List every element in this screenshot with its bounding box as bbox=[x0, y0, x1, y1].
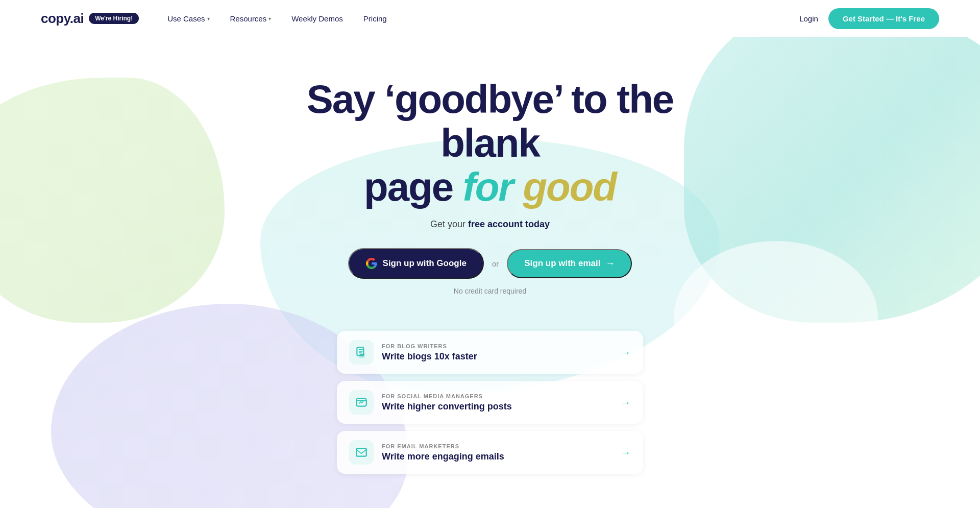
chevron-down-icon: ▾ bbox=[268, 16, 271, 21]
social-card-label: FOR SOCIAL MEDIA MANAGERS bbox=[382, 393, 612, 399]
social-icon-wrap bbox=[349, 390, 374, 415]
hero-subtitle: Get your free account today bbox=[260, 219, 720, 230]
chevron-down-icon: ▾ bbox=[207, 16, 210, 21]
nav-use-cases[interactable]: Use Cases ▾ bbox=[159, 10, 217, 27]
bg-blob-teal-right bbox=[684, 37, 980, 323]
email-card-title: Write more engaging emails bbox=[382, 451, 612, 462]
nav-resources[interactable]: Resources ▾ bbox=[222, 10, 280, 27]
hero-content: Say ‘goodbye’ to the blank page for good… bbox=[260, 78, 720, 326]
logo-area[interactable]: copy.ai We're Hiring! bbox=[41, 11, 139, 27]
blog-card-title: Write blogs 10x faster bbox=[382, 351, 612, 362]
nav-actions: Login Get Started — It's Free bbox=[799, 8, 939, 29]
email-card-label: FOR EMAIL MARKETERS bbox=[382, 443, 612, 449]
email-icon bbox=[355, 446, 368, 459]
blog-card-text: FOR BLOG WRITERS Write blogs 10x faster bbox=[382, 343, 612, 362]
hero-title-line2: page for good bbox=[260, 165, 720, 209]
feature-card-social[interactable]: FOR SOCIAL MEDIA MANAGERS Write higher c… bbox=[337, 381, 643, 424]
social-media-icon bbox=[355, 396, 368, 409]
good-text: good bbox=[523, 164, 616, 209]
arrow-right-icon: → bbox=[605, 258, 615, 269]
hiring-badge[interactable]: We're Hiring! bbox=[89, 13, 139, 24]
google-icon bbox=[365, 257, 378, 270]
email-card-text: FOR EMAIL MARKETERS Write more engaging … bbox=[382, 443, 612, 462]
nav-weekly-demos[interactable]: Weekly Demos bbox=[283, 10, 351, 27]
email-icon-wrap bbox=[349, 440, 374, 465]
blog-card-arrow-icon: → bbox=[621, 347, 631, 358]
feature-card-email[interactable]: FOR EMAIL MARKETERS Write more engaging … bbox=[337, 431, 643, 474]
for-text: for bbox=[463, 164, 523, 209]
sign-up-email-button[interactable]: Sign up with email → bbox=[507, 249, 632, 278]
logo-text: copy.ai bbox=[41, 11, 84, 27]
nav-pricing[interactable]: Pricing bbox=[355, 10, 395, 27]
no-credit-card-text: No credit card required bbox=[260, 287, 720, 295]
or-divider: or bbox=[492, 259, 499, 268]
social-card-title: Write higher converting posts bbox=[382, 401, 612, 412]
hero-section: Say ‘goodbye’ to the blank page for good… bbox=[0, 37, 980, 508]
login-button[interactable]: Login bbox=[799, 14, 818, 23]
cta-row: Sign up with Google or Sign up with emai… bbox=[260, 248, 720, 279]
navbar: copy.ai We're Hiring! Use Cases ▾ Resour… bbox=[0, 0, 980, 37]
sign-up-google-button[interactable]: Sign up with Google bbox=[348, 248, 484, 279]
blog-card-label: FOR BLOG WRITERS bbox=[382, 343, 612, 349]
social-card-text: FOR SOCIAL MEDIA MANAGERS Write higher c… bbox=[382, 393, 612, 412]
social-card-arrow-icon: → bbox=[621, 397, 631, 408]
get-started-button[interactable]: Get Started — It's Free bbox=[828, 8, 939, 29]
bg-blob-green-left bbox=[0, 78, 225, 323]
blog-icon bbox=[355, 346, 368, 359]
feature-cards: FOR BLOG WRITERS Write blogs 10x faster … bbox=[337, 331, 643, 474]
feature-card-blog[interactable]: FOR BLOG WRITERS Write blogs 10x faster … bbox=[337, 331, 643, 374]
email-card-arrow-icon: → bbox=[621, 447, 631, 458]
svg-rect-3 bbox=[356, 449, 366, 456]
nav-links: Use Cases ▾ Resources ▾ Weekly Demos Pri… bbox=[159, 10, 799, 27]
blog-icon-wrap bbox=[349, 340, 374, 365]
hero-title: Say ‘goodbye’ to the blank page for good bbox=[260, 78, 720, 209]
